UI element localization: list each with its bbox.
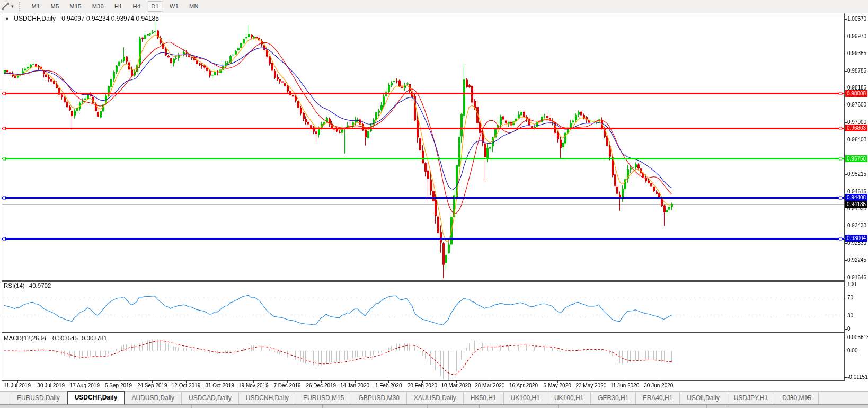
draw-tool-button[interactable]: ▾ <box>1 2 14 11</box>
price-tick-label: 1.00570 <box>847 16 866 22</box>
tab-usdchf-daily[interactable]: USDCHF,Daily <box>67 391 125 405</box>
tab-eurusd-daily[interactable]: EURUSD,Daily <box>10 392 67 404</box>
toolbar: ▾ M1M5M15M30H1H4D1W1MN <box>0 0 868 13</box>
date-tick-label: 16 Apr 2020 <box>505 383 542 388</box>
mt4-window: ▾ M1M5M15M30H1H4D1W1MN ▼ USDCHF,Daily 0.… <box>0 0 868 408</box>
timeframe-button-m30[interactable]: M30 <box>88 1 108 12</box>
date-tick-label: 11 Jun 2020 <box>606 383 643 388</box>
tab-uk100-h1[interactable]: UK100,H1 <box>547 392 591 404</box>
timeframe-button-m1[interactable]: M1 <box>28 1 45 12</box>
date-tick-label: 30 Jun 2020 <box>640 383 677 388</box>
tab-eurusd-m15[interactable]: EURUSD,M15 <box>296 392 351 404</box>
date-tick-label: 17 Aug 2019 <box>66 383 103 388</box>
chevron-down-icon[interactable]: ▾ <box>11 4 14 9</box>
date-tick-label: 28 Mar 2020 <box>471 383 508 388</box>
toolbar-grip <box>19 2 22 11</box>
tab-ger30-h1[interactable]: GER30,H1 <box>591 392 636 404</box>
macd-tick-label: -0.011514 <box>847 374 868 380</box>
tabs-scroll-left-icon[interactable]: ◂ <box>790 394 799 400</box>
macd-tick-label: 0.00 <box>847 348 857 353</box>
chart-tab-bar: EURUSD,DailyUSDCHF,DailyAUDUSD,DailyUSDC… <box>0 391 868 405</box>
tab-usoil-daily[interactable]: USOil,Daily <box>680 392 727 404</box>
hline-price-badge: 0.94408 <box>845 194 867 201</box>
price-tick-label: 0.96400 <box>847 137 866 143</box>
price-tick-label: 0.99970 <box>847 33 866 39</box>
tab-scroll-nav: ◂ ▸ <box>790 394 816 400</box>
date-tick-label: 5 Sep 2019 <box>100 383 137 388</box>
price-tick-label: 0.91645 <box>847 274 866 280</box>
tab-fra40-h1[interactable]: FRA40,H1 <box>636 392 680 404</box>
price-tick-label: 0.92245 <box>847 257 866 263</box>
tab-usdcad-daily[interactable]: USDCAD,Daily <box>182 392 239 404</box>
date-tick-label: 31 Oct 2019 <box>201 383 238 388</box>
line-draw-icon <box>1 2 10 11</box>
tab-xauusd-daily[interactable]: XAUUSD,Daily <box>407 392 464 404</box>
hline-price-badge: 0.98008 <box>845 90 867 97</box>
strip-divider <box>427 405 428 408</box>
timeframe-button-m15[interactable]: M15 <box>65 1 85 12</box>
date-tick-label: 14 Jan 2020 <box>336 383 374 388</box>
chart-canvas[interactable] <box>0 0 868 408</box>
price-tick-label: 0.98785 <box>847 68 866 74</box>
tab-usdcnh-daily[interactable]: USDCNH,Daily <box>239 392 296 404</box>
date-tick-label: 24 Sep 2019 <box>134 383 171 388</box>
hline-price-badge: 0.93004 <box>845 235 867 242</box>
date-tick-label: 23 May 2020 <box>572 383 609 388</box>
tab-uk100-h1[interactable]: UK100,H1 <box>504 392 547 404</box>
timeframe-toolbar: M1M5M15M30H1H4D1W1MN <box>26 1 204 12</box>
date-tick-label: 1 Feb 2020 <box>370 383 407 388</box>
tab-audusd-daily[interactable]: AUDUSD,Daily <box>125 392 182 404</box>
current-price-badge: 0.94185 <box>845 201 867 208</box>
strip-divider <box>191 405 192 408</box>
rsi-tick-label: 0 <box>847 326 851 332</box>
price-tick-label: 0.99385 <box>847 50 866 56</box>
strip-divider <box>322 405 323 408</box>
price-tick-label: 0.93430 <box>847 223 866 228</box>
rsi-tick-label: 70 <box>847 295 853 300</box>
date-tick-label: 19 Nov 2019 <box>235 383 272 388</box>
terminal-edge-strip <box>0 404 868 408</box>
tabs-scroll-right-icon[interactable]: ▸ <box>807 394 816 400</box>
strip-divider <box>558 405 559 408</box>
timeframe-button-h1[interactable]: H1 <box>110 1 127 12</box>
timeframe-button-m5[interactable]: M5 <box>46 1 63 12</box>
timeframe-button-d1[interactable]: D1 <box>147 1 163 12</box>
rsi-tick-label: 30 <box>847 313 853 318</box>
timeframe-button-h4[interactable]: H4 <box>129 1 145 12</box>
date-tick-label: 11 Jul 2019 <box>0 383 36 388</box>
strip-divider <box>479 405 480 408</box>
tab-gbpusd-m30[interactable]: GBPUSD,M30 <box>351 392 406 404</box>
date-tick-label: 30 Jul 2019 <box>32 383 69 388</box>
date-tick-label: 5 May 2020 <box>539 383 576 388</box>
macd-tick-label: 0.005818 <box>847 334 868 340</box>
date-tick-label: 7 Dec 2019 <box>269 383 306 388</box>
quick-trade-triangle-icon[interactable]: ▼ <box>5 16 10 22</box>
date-tick-label: 20 Feb 2020 <box>404 383 441 388</box>
tab-usdjpy-h1[interactable]: USDJPY,H1 <box>727 392 775 404</box>
timeframe-button-mn[interactable]: MN <box>185 1 203 12</box>
hline-price-badge: 0.95758 <box>845 155 867 162</box>
price-tick-label: 0.97600 <box>847 102 866 108</box>
date-tick-label: 26 Dec 2019 <box>303 383 340 388</box>
date-tick-label: 12 Oct 2019 <box>167 383 205 388</box>
timeframe-button-w1[interactable]: W1 <box>165 1 183 12</box>
strip-divider <box>706 405 707 408</box>
date-tick-label: 10 Mar 2020 <box>438 383 475 388</box>
tab-hk50-h1[interactable]: HK50,H1 <box>464 392 504 404</box>
price-tick-label: 0.94615 <box>847 189 866 194</box>
rsi-tick-label: 100 <box>847 281 856 287</box>
hline-price-badge: 0.96803 <box>845 125 867 131</box>
price-tick-label: 0.95215 <box>847 171 866 177</box>
